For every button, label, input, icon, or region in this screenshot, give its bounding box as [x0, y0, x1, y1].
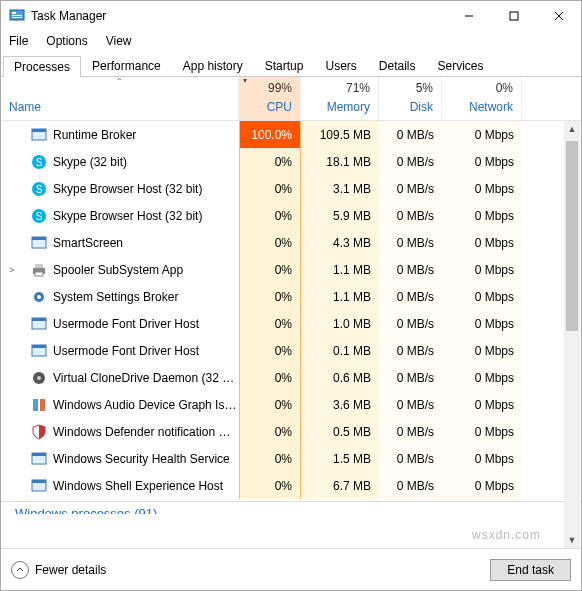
table-row[interactable]: Windows Shell Experience Host0%6.7 MB0 M…	[1, 472, 581, 499]
svg-rect-9	[32, 129, 46, 132]
svg-rect-24	[32, 318, 46, 321]
tab-users[interactable]: Users	[314, 55, 367, 76]
printer-icon	[31, 262, 47, 278]
cell-cpu: 0%	[239, 202, 301, 229]
cell-cpu: 0%	[239, 472, 301, 499]
scrollbar[interactable]: ▲ ▼	[564, 121, 580, 548]
column-header-cpu[interactable]: ▾ 99% CPU	[239, 77, 301, 120]
cell-disk: 0 MB/s	[379, 472, 442, 499]
table-row[interactable]: Virtual CloneDrive Daemon (32 …0%0.6 MB0…	[1, 364, 581, 391]
cell-mem: 6.7 MB	[301, 472, 379, 499]
cell-mem: 4.3 MB	[301, 229, 379, 256]
svg-rect-2	[12, 15, 22, 16]
tab-services[interactable]: Services	[427, 55, 495, 76]
cell-disk: 0 MB/s	[379, 229, 442, 256]
cell-mem: 0.1 MB	[301, 337, 379, 364]
svg-text:S: S	[36, 211, 43, 222]
cell-disk: 0 MB/s	[379, 121, 442, 148]
skype-icon: S	[31, 154, 47, 170]
process-name: Spooler SubSystem App	[53, 263, 183, 277]
app-icon	[31, 235, 47, 251]
process-name: Skype Browser Host (32 bit)	[53, 209, 202, 223]
close-button[interactable]	[536, 1, 581, 31]
cell-disk: 0 MB/s	[379, 256, 442, 283]
tab-app-history[interactable]: App history	[172, 55, 254, 76]
process-name: Windows Security Health Service	[53, 452, 230, 466]
process-name: Usermode Font Driver Host	[53, 317, 199, 331]
minimize-button[interactable]	[446, 1, 491, 31]
column-header-disk[interactable]: 5% Disk	[379, 77, 442, 120]
svg-text:S: S	[36, 157, 43, 168]
process-name-cell: Usermode Font Driver Host	[1, 316, 239, 332]
menu-file[interactable]: File	[9, 34, 28, 48]
menu-options[interactable]: Options	[46, 34, 87, 48]
table-row[interactable]: SmartScreen0%4.3 MB0 MB/s0 Mbps	[1, 229, 581, 256]
tab-performance[interactable]: Performance	[81, 55, 172, 76]
maximize-button[interactable]	[491, 1, 536, 31]
app-icon	[31, 343, 47, 359]
cell-net: 0 Mbps	[442, 202, 522, 229]
process-name-cell: System Settings Broker	[1, 289, 239, 305]
table-row[interactable]: Usermode Font Driver Host0%0.1 MB0 MB/s0…	[1, 337, 581, 364]
process-name-cell: SSkype (32 bit)	[1, 154, 239, 170]
tab-startup[interactable]: Startup	[254, 55, 315, 76]
table-row[interactable]: SSkype (32 bit)0%18.1 MB0 MB/s0 Mbps	[1, 148, 581, 175]
scroll-down-icon[interactable]: ▼	[564, 532, 580, 548]
skype-icon: S	[31, 208, 47, 224]
caret-icon: ⌃	[116, 77, 123, 86]
cell-mem: 0.6 MB	[301, 364, 379, 391]
svg-rect-32	[32, 453, 46, 456]
svg-text:S: S	[36, 184, 43, 195]
process-name: Skype (32 bit)	[53, 155, 127, 169]
process-name: Windows Audio Device Graph Is…	[53, 398, 236, 412]
fewer-details-button[interactable]: Fewer details	[11, 561, 106, 579]
table-row[interactable]: SSkype Browser Host (32 bit)0%5.9 MB0 MB…	[1, 202, 581, 229]
end-task-button[interactable]: End task	[490, 559, 571, 581]
process-name-cell: Windows Defender notification …	[1, 424, 239, 440]
scroll-thumb[interactable]	[566, 141, 578, 331]
table-row[interactable]: Windows Defender notification …0%0.5 MB0…	[1, 418, 581, 445]
cell-net: 0 Mbps	[442, 229, 522, 256]
skype-icon: S	[31, 181, 47, 197]
sort-indicator-icon: ▾	[243, 76, 247, 85]
table-row[interactable]: Runtime Broker100.0%109.5 MB0 MB/s0 Mbps	[1, 121, 581, 148]
svg-rect-26	[32, 345, 46, 348]
tab-processes[interactable]: Processes	[3, 56, 81, 77]
column-headers: ⌃ Name ▾ 99% CPU 71% Memory 5% Disk 0% N…	[1, 77, 581, 121]
app-icon	[9, 8, 25, 24]
process-name: System Settings Broker	[53, 290, 178, 304]
svg-rect-34	[32, 480, 46, 483]
tab-details[interactable]: Details	[368, 55, 427, 76]
column-header-memory[interactable]: 71% Memory	[301, 77, 379, 120]
cell-cpu: 0%	[239, 418, 301, 445]
cell-cpu: 0%	[239, 175, 301, 202]
cell-disk: 0 MB/s	[379, 418, 442, 445]
scroll-up-icon[interactable]: ▲	[564, 121, 580, 137]
table-row[interactable]: Windows Audio Device Graph Is…0%3.6 MB0 …	[1, 391, 581, 418]
table-row[interactable]: Windows Security Health Service0%1.5 MB0…	[1, 445, 581, 472]
process-name-cell: SSkype Browser Host (32 bit)	[1, 208, 239, 224]
table-row[interactable]: >Spooler SubSystem App0%1.1 MB0 MB/s0 Mb…	[1, 256, 581, 283]
menu-view[interactable]: View	[106, 34, 132, 48]
menubar: File Options View	[1, 31, 581, 51]
process-name: Runtime Broker	[53, 128, 136, 142]
expand-icon[interactable]: >	[9, 265, 14, 275]
process-name-cell: SSkype Browser Host (32 bit)	[1, 181, 239, 197]
process-name: Windows Shell Experience Host	[53, 479, 223, 493]
table-row[interactable]: Usermode Font Driver Host0%1.0 MB0 MB/s0…	[1, 310, 581, 337]
column-header-name[interactable]: ⌃ Name	[1, 77, 239, 120]
svg-rect-1	[12, 12, 16, 14]
table-row[interactable]: SSkype Browser Host (32 bit)0%3.1 MB0 MB…	[1, 175, 581, 202]
group-header[interactable]: Windows processes (91)	[1, 502, 581, 514]
cell-cpu: 0%	[239, 256, 301, 283]
cell-mem: 109.5 MB	[301, 121, 379, 148]
process-name: SmartScreen	[53, 236, 123, 250]
app-icon	[31, 127, 47, 143]
table-row[interactable]: System Settings Broker0%1.1 MB0 MB/s0 Mb…	[1, 283, 581, 310]
column-header-network[interactable]: 0% Network	[442, 77, 522, 120]
cell-net: 0 Mbps	[442, 175, 522, 202]
audio-icon	[31, 397, 47, 413]
cell-mem: 3.1 MB	[301, 175, 379, 202]
cell-mem: 3.6 MB	[301, 391, 379, 418]
cell-net: 0 Mbps	[442, 391, 522, 418]
